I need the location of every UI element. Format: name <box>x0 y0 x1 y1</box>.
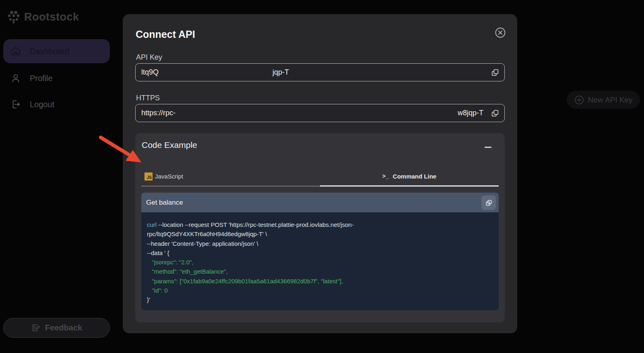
sidebar: Rootstock Dashboard Profile Logout <box>0 0 117 353</box>
code-example-card: Code Example JS JavaScript >_ Command Li… <box>135 133 505 322</box>
api-key-label: API Key <box>136 53 162 62</box>
code-line: --data ' { <box>147 248 493 257</box>
sidebar-item-profile[interactable]: Profile <box>3 69 110 88</box>
code-line: "id": 0 <box>147 286 493 295</box>
sidebar-item-label: Profile <box>30 74 53 83</box>
https-label: HTTPS <box>136 94 160 102</box>
copy-icon[interactable] <box>491 109 500 118</box>
sidebar-item-label: Dashboard <box>30 47 69 56</box>
code-line: "method": "eth_getBalance", <box>147 267 493 276</box>
https-value-prefix: https://rpc- <box>141 109 175 117</box>
plus-circle-icon <box>574 95 584 105</box>
copy-code-button[interactable] <box>481 195 496 210</box>
code-snippet-header: Get balance <box>141 193 499 212</box>
api-key-value-prefix: ltq9Q <box>141 68 159 77</box>
close-icon[interactable] <box>495 27 506 38</box>
new-api-key-label: New API Key <box>588 96 633 104</box>
api-key-field[interactable]: ltq9Q jqp-T <box>135 63 505 81</box>
user-icon <box>10 73 21 83</box>
sidebar-item-label: Logout <box>30 100 54 109</box>
feedback-button[interactable]: Feedback <box>3 318 110 338</box>
code-line: --header 'Content-Type: application/json… <box>147 239 493 248</box>
modal-title: Connect API <box>136 29 195 40</box>
code-line: "params": ["0x1fab9a0e24ffc209b01faa5a61… <box>147 276 493 286</box>
feedback-label: Feedback <box>45 323 82 332</box>
https-value-suffix: w8jqp-T <box>458 109 483 117</box>
tab-javascript[interactable]: JS JavaScript <box>141 167 320 187</box>
tab-command-line[interactable]: >_ Command Line <box>320 167 499 187</box>
code-snippet-body: curl --location --request POST 'https://… <box>141 212 499 310</box>
code-line: rpc/ltq9QSdY4XKTr6a0hH94d6edgw8jqp-T' \ <box>147 229 493 239</box>
code-example-title: Code Example <box>142 140 197 150</box>
rootstock-logo: Rootstock <box>6 10 79 24</box>
copy-icon[interactable] <box>491 68 500 77</box>
terminal-icon: >_ <box>382 173 390 179</box>
code-line: "jsonrpc": "2.0", <box>147 257 493 267</box>
logout-icon <box>10 99 21 110</box>
new-api-key-button[interactable]: New API Key <box>567 91 640 109</box>
sidebar-item-logout[interactable]: Logout <box>3 95 110 114</box>
code-snippet: Get balance curl --location --request PO… <box>141 193 499 310</box>
connect-api-modal: Connect API API Key ltq9Q jqp-T HTTPS ht… <box>123 14 517 333</box>
rootstock-logo-icon <box>6 10 21 24</box>
logo-text: Rootstock <box>24 11 79 23</box>
https-field[interactable]: https://rpc- w8jqp-T <box>135 104 505 122</box>
tab-label: Command Line <box>393 173 436 180</box>
code-line: }' <box>147 295 493 304</box>
feedback-note-icon <box>31 323 40 332</box>
code-line: curl --location --request POST 'https://… <box>147 220 493 229</box>
collapse-icon[interactable] <box>485 143 493 149</box>
code-language-tabs: JS JavaScript >_ Command Line <box>141 167 499 187</box>
js-icon: JS <box>144 172 153 181</box>
home-icon <box>10 46 21 56</box>
sidebar-item-dashboard[interactable]: Dashboard <box>3 39 110 63</box>
tab-label: JavaScript <box>155 173 183 180</box>
api-key-value-suffix: jqp-T <box>272 68 289 77</box>
code-snippet-title: Get balance <box>146 199 183 207</box>
